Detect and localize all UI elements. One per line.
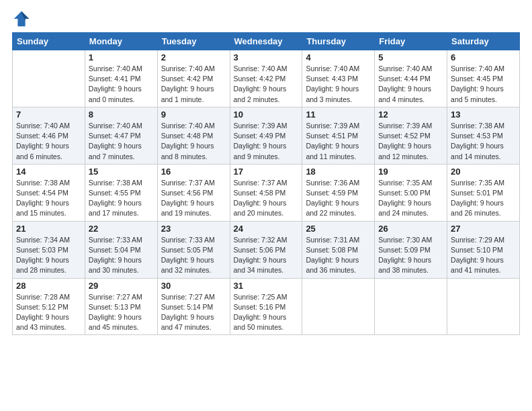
day-info: Sunrise: 7:38 AMSunset: 4:55 PMDaylight:… — [89, 178, 154, 219]
day-number: 6 — [451, 52, 516, 62]
calendar-cell: 25Sunrise: 7:31 AMSunset: 5:08 PMDayligh… — [302, 221, 375, 278]
day-number: 4 — [306, 52, 371, 62]
day-info: Sunrise: 7:40 AMSunset: 4:42 PMDaylight:… — [161, 64, 226, 105]
day-info: Sunrise: 7:37 AMSunset: 4:58 PMDaylight:… — [234, 178, 299, 219]
calendar-cell: 27Sunrise: 7:29 AMSunset: 5:10 PMDayligh… — [447, 221, 520, 278]
day-info: Sunrise: 7:40 AMSunset: 4:42 PMDaylight:… — [234, 64, 299, 105]
day-info: Sunrise: 7:27 AMSunset: 5:14 PMDaylight:… — [161, 292, 226, 333]
weekday-header-sunday: Sunday — [13, 33, 85, 50]
day-number: 15 — [89, 167, 154, 177]
calendar-cell — [447, 278, 520, 335]
weekday-header-thursday: Thursday — [302, 33, 375, 50]
day-info: Sunrise: 7:28 AMSunset: 5:12 PMDaylight:… — [16, 292, 81, 333]
day-number: 25 — [306, 224, 371, 234]
calendar-cell: 6Sunrise: 7:40 AMSunset: 4:45 PMDaylight… — [447, 50, 520, 107]
day-number: 29 — [89, 281, 154, 291]
calendar-cell: 17Sunrise: 7:37 AMSunset: 4:58 PMDayligh… — [230, 164, 302, 221]
logo-icon — [12, 9, 31, 28]
day-number: 21 — [16, 224, 81, 234]
calendar-cell: 13Sunrise: 7:38 AMSunset: 4:53 PMDayligh… — [447, 107, 520, 164]
calendar-cell: 19Sunrise: 7:35 AMSunset: 5:00 PMDayligh… — [375, 164, 447, 221]
calendar-cell: 12Sunrise: 7:39 AMSunset: 4:52 PMDayligh… — [375, 107, 447, 164]
calendar-cell: 29Sunrise: 7:27 AMSunset: 5:13 PMDayligh… — [85, 278, 157, 335]
calendar-cell: 14Sunrise: 7:38 AMSunset: 4:54 PMDayligh… — [13, 164, 85, 221]
calendar-cell: 11Sunrise: 7:39 AMSunset: 4:51 PMDayligh… — [302, 107, 375, 164]
day-info: Sunrise: 7:36 AMSunset: 4:59 PMDaylight:… — [306, 178, 371, 219]
header — [12, 7, 520, 28]
day-info: Sunrise: 7:27 AMSunset: 5:13 PMDaylight:… — [89, 292, 154, 333]
week-row-1: 7Sunrise: 7:40 AMSunset: 4:46 PMDaylight… — [13, 107, 520, 164]
day-info: Sunrise: 7:32 AMSunset: 5:06 PMDaylight:… — [234, 235, 299, 276]
day-number: 28 — [16, 281, 81, 291]
day-number: 22 — [89, 224, 154, 234]
calendar-cell: 16Sunrise: 7:37 AMSunset: 4:56 PMDayligh… — [157, 164, 230, 221]
week-row-4: 28Sunrise: 7:28 AMSunset: 5:12 PMDayligh… — [13, 278, 520, 335]
calendar-cell: 31Sunrise: 7:25 AMSunset: 5:16 PMDayligh… — [230, 278, 302, 335]
day-info: Sunrise: 7:40 AMSunset: 4:48 PMDaylight:… — [161, 121, 226, 162]
calendar-cell: 5Sunrise: 7:40 AMSunset: 4:44 PMDaylight… — [375, 50, 447, 107]
day-number: 31 — [234, 281, 299, 291]
day-number: 13 — [451, 109, 516, 120]
day-info: Sunrise: 7:25 AMSunset: 5:16 PMDaylight:… — [234, 292, 299, 333]
day-number: 12 — [378, 109, 443, 120]
day-info: Sunrise: 7:39 AMSunset: 4:52 PMDaylight:… — [378, 121, 443, 162]
calendar-cell: 2Sunrise: 7:40 AMSunset: 4:42 PMDaylight… — [157, 50, 230, 107]
day-info: Sunrise: 7:33 AMSunset: 5:04 PMDaylight:… — [89, 235, 154, 276]
day-number: 26 — [378, 224, 443, 234]
day-number: 18 — [306, 167, 371, 177]
day-info: Sunrise: 7:31 AMSunset: 5:08 PMDaylight:… — [306, 235, 371, 276]
day-number: 10 — [234, 109, 299, 120]
calendar-cell: 7Sunrise: 7:40 AMSunset: 4:46 PMDaylight… — [13, 107, 85, 164]
header-row: SundayMondayTuesdayWednesdayThursdayFrid… — [13, 33, 520, 50]
weekday-header-friday: Friday — [375, 33, 447, 50]
day-info: Sunrise: 7:39 AMSunset: 4:51 PMDaylight:… — [306, 121, 371, 162]
day-number: 7 — [16, 109, 81, 120]
calendar-cell — [375, 278, 447, 335]
day-number: 14 — [16, 167, 81, 177]
day-info: Sunrise: 7:35 AMSunset: 5:00 PMDaylight:… — [378, 178, 443, 219]
page: SundayMondayTuesdayWednesdayThursdayFrid… — [0, 0, 532, 411]
calendar-table: SundayMondayTuesdayWednesdayThursdayFrid… — [12, 32, 520, 335]
logo — [12, 9, 34, 28]
day-info: Sunrise: 7:40 AMSunset: 4:41 PMDaylight:… — [89, 64, 154, 105]
calendar-cell: 20Sunrise: 7:35 AMSunset: 5:01 PMDayligh… — [447, 164, 520, 221]
day-number: 5 — [378, 52, 443, 62]
calendar-cell: 22Sunrise: 7:33 AMSunset: 5:04 PMDayligh… — [85, 221, 157, 278]
calendar-cell: 4Sunrise: 7:40 AMSunset: 4:43 PMDaylight… — [302, 50, 375, 107]
day-number: 19 — [378, 167, 443, 177]
day-info: Sunrise: 7:38 AMSunset: 4:53 PMDaylight:… — [451, 121, 516, 162]
day-number: 20 — [451, 167, 516, 177]
calendar-cell: 26Sunrise: 7:30 AMSunset: 5:09 PMDayligh… — [375, 221, 447, 278]
calendar-cell: 15Sunrise: 7:38 AMSunset: 4:55 PMDayligh… — [85, 164, 157, 221]
calendar-cell: 18Sunrise: 7:36 AMSunset: 4:59 PMDayligh… — [302, 164, 375, 221]
day-number: 30 — [161, 281, 226, 291]
day-number: 23 — [161, 224, 226, 234]
day-number: 9 — [161, 109, 226, 120]
day-number: 1 — [89, 52, 154, 62]
day-info: Sunrise: 7:29 AMSunset: 5:10 PMDaylight:… — [451, 235, 516, 276]
day-number: 16 — [161, 167, 226, 177]
day-number: 27 — [451, 224, 516, 234]
day-number: 8 — [89, 109, 154, 120]
week-row-2: 14Sunrise: 7:38 AMSunset: 4:54 PMDayligh… — [13, 164, 520, 221]
day-number: 24 — [234, 224, 299, 234]
weekday-header-wednesday: Wednesday — [230, 33, 302, 50]
day-info: Sunrise: 7:37 AMSunset: 4:56 PMDaylight:… — [161, 178, 226, 219]
day-number: 11 — [306, 109, 371, 120]
day-info: Sunrise: 7:40 AMSunset: 4:46 PMDaylight:… — [16, 121, 81, 162]
day-info: Sunrise: 7:33 AMSunset: 5:05 PMDaylight:… — [161, 235, 226, 276]
day-info: Sunrise: 7:34 AMSunset: 5:03 PMDaylight:… — [16, 235, 81, 276]
calendar-cell: 1Sunrise: 7:40 AMSunset: 4:41 PMDaylight… — [85, 50, 157, 107]
day-number: 2 — [161, 52, 226, 62]
day-number: 3 — [234, 52, 299, 62]
week-row-0: 1Sunrise: 7:40 AMSunset: 4:41 PMDaylight… — [13, 50, 520, 107]
calendar-cell: 24Sunrise: 7:32 AMSunset: 5:06 PMDayligh… — [230, 221, 302, 278]
calendar-cell: 10Sunrise: 7:39 AMSunset: 4:49 PMDayligh… — [230, 107, 302, 164]
calendar-cell: 28Sunrise: 7:28 AMSunset: 5:12 PMDayligh… — [13, 278, 85, 335]
calendar-cell: 23Sunrise: 7:33 AMSunset: 5:05 PMDayligh… — [157, 221, 230, 278]
day-info: Sunrise: 7:38 AMSunset: 4:54 PMDaylight:… — [16, 178, 81, 219]
calendar-cell: 8Sunrise: 7:40 AMSunset: 4:47 PMDaylight… — [85, 107, 157, 164]
day-info: Sunrise: 7:40 AMSunset: 4:47 PMDaylight:… — [89, 121, 154, 162]
day-info: Sunrise: 7:35 AMSunset: 5:01 PMDaylight:… — [451, 178, 516, 219]
weekday-header-saturday: Saturday — [447, 33, 520, 50]
